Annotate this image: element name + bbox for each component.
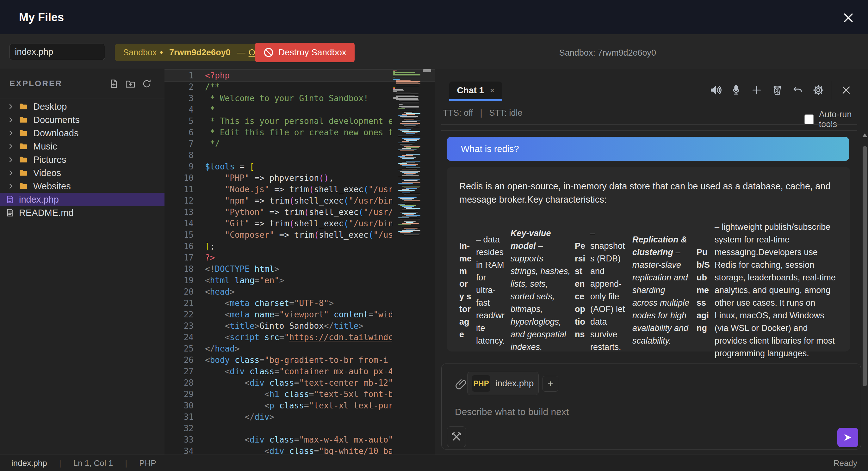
line-source: </head> xyxy=(205,343,392,355)
file-row-readme.md[interactable]: README.md xyxy=(0,206,164,220)
folder-label: Videos xyxy=(33,168,61,178)
code-line[interactable]: 8 xyxy=(164,149,392,161)
minimap-line xyxy=(398,225,411,225)
send-button[interactable] xyxy=(837,428,858,447)
chat-settings-button[interactable] xyxy=(811,83,825,97)
code-line[interactable]: 25</head> xyxy=(164,343,392,355)
code-line[interactable]: 23 <title>Ginto Sandbox</title> xyxy=(164,320,392,332)
tab-chat-1[interactable]: Chat 1 × xyxy=(449,81,502,101)
window-close-button[interactable] xyxy=(840,9,857,26)
code-line[interactable]: 2/** xyxy=(164,81,392,93)
refresh-button[interactable] xyxy=(141,77,153,90)
folder-row-desktop[interactable]: Desktop xyxy=(0,100,164,113)
folder-label: Downloads xyxy=(33,128,79,138)
code-line[interactable]: 15 "Composer" => trim(shell_exec("/usr xyxy=(164,229,392,241)
new-file-button[interactable] xyxy=(107,77,120,90)
autorun-tools-toggle[interactable]: Auto-run tools xyxy=(804,110,868,129)
code-line[interactable]: 11 "Node.js" => trim(shell_exec("/usr/bi… xyxy=(164,184,392,195)
minimap[interactable] xyxy=(393,70,422,236)
minimap-line xyxy=(402,128,419,128)
undo-button[interactable] xyxy=(791,83,805,97)
chat-input-placeholder[interactable]: Describe what to build next xyxy=(455,406,569,417)
minimap-line xyxy=(404,180,417,181)
stt-mic-button[interactable] xyxy=(729,83,743,97)
assistant-intro-text: Redis is an open-source, in-memory data … xyxy=(459,179,836,206)
close-chat-panel-button[interactable] xyxy=(839,83,853,97)
line-source: <div class="text-center mb-12" xyxy=(205,377,392,389)
destroy-sandbox-button[interactable]: Destroy Sandbox xyxy=(255,43,354,62)
minimap-line xyxy=(393,75,421,76)
code-line[interactable]: 14 "Git" => trim(shell_exec("/usr/bin xyxy=(164,218,392,229)
code-line[interactable]: 22 <meta name="viewport" content="wid xyxy=(164,309,392,320)
sandbox-status-label: Sandbox: 7rwm9d2e6oy0 xyxy=(559,48,656,58)
code-line[interactable]: 9$tools = [ xyxy=(164,161,392,172)
new-folder-icon xyxy=(125,78,136,89)
code-line[interactable]: 5 * This is your personal development en… xyxy=(164,115,392,127)
chat-scrollbar-thumb[interactable] xyxy=(863,146,867,386)
status-filename: index.php xyxy=(11,458,47,468)
minimap-line xyxy=(393,73,395,74)
clear-chat-button[interactable] xyxy=(770,83,784,97)
code-line[interactable]: 7 */ xyxy=(164,138,392,149)
code-line[interactable]: 33 <div class="max-w-4xl mx-auto" xyxy=(164,434,392,445)
tts-speaker-button[interactable] xyxy=(709,83,722,97)
code-line[interactable]: 29 <h1 class="text-5xl font-b xyxy=(164,389,392,400)
minimap-line xyxy=(404,139,420,140)
code-line[interactable]: 34 <div class="bg-white/10 ba xyxy=(164,445,392,455)
minimap-line xyxy=(406,215,421,216)
folder-row-pictures[interactable]: Pictures xyxy=(0,153,164,166)
scroll-up-arrow-icon[interactable] xyxy=(862,133,867,137)
code-line[interactable]: 4 * xyxy=(164,104,392,115)
attached-file-chip[interactable]: PHP index.php xyxy=(467,372,539,395)
new-chat-button[interactable] xyxy=(750,83,764,97)
code-line[interactable]: 21 <meta charset="UTF-8"> xyxy=(164,298,392,309)
redis-table-cell-2: – data resides in RAM for ultra-fast rea… xyxy=(476,233,506,347)
minimap-line xyxy=(404,207,412,208)
code-line[interactable]: 18<!DOCTYPE html> xyxy=(164,263,392,275)
folder-label: Desktop xyxy=(33,101,67,112)
code-line[interactable]: 6 * Edit this file or create new ones to… xyxy=(164,127,392,138)
code-line[interactable]: 31 </div> xyxy=(164,411,392,423)
code-line[interactable]: 17?> xyxy=(164,252,392,263)
folder-row-websites[interactable]: Websites xyxy=(0,179,164,193)
editor-scrollbar[interactable] xyxy=(423,69,431,72)
minimap-line xyxy=(402,131,420,132)
minimap-line xyxy=(404,228,417,229)
minimap-line xyxy=(406,120,421,121)
file-row-index.php[interactable]: index.php xyxy=(0,193,164,206)
minimap-line xyxy=(406,202,421,202)
code-line[interactable]: 24 <script src="https://cdn.tailwindc xyxy=(164,332,392,343)
code-line[interactable]: 3 * Welcome to your Ginto Sandbox! xyxy=(164,93,392,104)
autorun-checkbox[interactable] xyxy=(804,114,814,125)
code-line[interactable]: 28 <div class="text-center mb-12" xyxy=(164,377,392,389)
folder-row-documents[interactable]: Documents xyxy=(0,113,164,127)
code-line[interactable]: 32 xyxy=(164,423,392,434)
code-line[interactable]: 13 "Python" => trim(shell_exec("/usr/bin xyxy=(164,206,392,218)
code-line[interactable]: 27 <div class="container mx-auto px-4 xyxy=(164,366,392,377)
code-line[interactable]: 26<body class="bg-gradient-to-br from-i xyxy=(164,355,392,366)
minimap-line xyxy=(402,125,418,125)
folder-row-videos[interactable]: Videos xyxy=(0,166,164,179)
code-line[interactable]: 16]; xyxy=(164,241,392,252)
new-folder-button[interactable] xyxy=(124,77,137,90)
tools-button[interactable] xyxy=(447,427,466,447)
code-line[interactable]: 10 "PHP" => phpversion(), xyxy=(164,172,392,184)
code-line[interactable]: 19<html lang="en"> xyxy=(164,275,392,286)
code-editor[interactable]: 1<?php2/**3 * Welcome to your Ginto Sand… xyxy=(164,69,435,455)
code-line[interactable]: 12 "npm" => trim(shell_exec("/usr/bin xyxy=(164,195,392,206)
redis-table-cell-8: – lightweight publish/subscribe system f… xyxy=(715,221,840,360)
minimap-line xyxy=(402,227,420,227)
line-source: <h1 class="text-5xl font-b xyxy=(205,389,392,400)
tab-close-icon[interactable]: × xyxy=(490,86,494,96)
code-line[interactable]: 30 <p class="text-xl text-pur xyxy=(164,400,392,411)
attachment-paperclip-icon[interactable] xyxy=(455,378,468,392)
folder-row-music[interactable]: Music xyxy=(0,140,164,153)
chat-scrollbar[interactable] xyxy=(862,133,867,455)
code-line[interactable]: 20<head> xyxy=(164,286,392,298)
add-attachment-button[interactable]: + xyxy=(542,376,558,392)
folder-label: Pictures xyxy=(33,155,66,165)
line-source: "Node.js" => trim(shell_exec("/usr/bin xyxy=(205,184,392,195)
code-line[interactable]: 1<?php xyxy=(164,70,392,81)
folder-row-downloads[interactable]: Downloads xyxy=(0,127,164,140)
filename-input[interactable] xyxy=(9,44,105,60)
